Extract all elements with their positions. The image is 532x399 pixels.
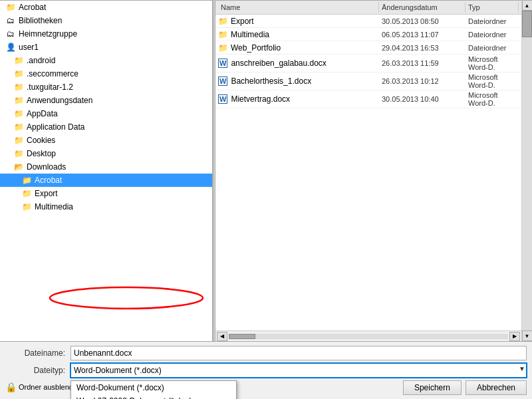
tree-item-desktop[interactable]: 📁Desktop — [0, 147, 212, 160]
file-name-text-3: anschreiben_galabau.docx — [231, 59, 326, 68]
filetype-select[interactable]: Word-Dokument (*.docx)Word 97-2003-Dokum… — [70, 363, 527, 378]
folder-icon-cookies: 📁 — [13, 135, 24, 146]
tree-label-heimnetzgruppe: Heimnetzgruppe — [19, 29, 77, 39]
tree-label-multimedia: Multimedia — [35, 202, 73, 211]
scroll-down-btn[interactable]: ▼ — [522, 331, 533, 341]
tree-label-android: .android — [27, 56, 55, 65]
col-header-2: Typ — [466, 2, 519, 13]
filename-label: Dateiname: — [5, 348, 65, 358]
scroll-left-btn[interactable]: ◀ — [217, 332, 227, 341]
file-row-3[interactable]: Wanschreiben_galabau.docx26.03.2013 11:5… — [215, 55, 521, 72]
file-list-header: NameÄnderungsdatumTyp — [215, 1, 521, 15]
tree-label-anwendungsdaten: Anwendungsdaten — [27, 96, 92, 105]
filetype-dropdown: Word-Dokument (*.docx)Word 97-2003-Dokum… — [70, 380, 237, 399]
tree-item-bibliotheken[interactable]: 🗂Bibliotheken — [0, 14, 212, 27]
scroll-thumb-v[interactable] — [522, 11, 532, 37]
filetype-label: Dateityp: — [5, 366, 65, 375]
tree-item-heimnetzgruppe[interactable]: 🗂Heimnetzgruppe — [0, 27, 212, 41]
file-name-3: Wanschreiben_galabau.docx — [218, 59, 379, 68]
file-name-0: 📁Export — [218, 17, 379, 26]
file-name-text-5: Mietvertrag.docx — [231, 94, 290, 104]
file-name-text-1: Multimedia — [231, 30, 269, 39]
file-name-1: 📁Multimedia — [218, 30, 379, 39]
scroll-right-btn[interactable]: ▶ — [509, 332, 520, 341]
file-date-4: 26.03.2013 10:12 — [379, 77, 466, 85]
file-type-2: Dateiordner — [466, 44, 519, 52]
col-header-0: Name — [218, 2, 379, 13]
scroll-thumb[interactable] — [229, 334, 255, 339]
vertical-scrollbar[interactable]: ▲ ▼ — [521, 0, 532, 341]
ordner-label: Ordner ausblende — [19, 383, 77, 391]
folder-icon-heimnetzgruppe: 🗂 — [5, 29, 16, 39]
col-header-1: Änderungsdatum — [379, 2, 466, 13]
file-row-0[interactable]: 📁Export30.05.2013 08:50Dateiordner — [215, 15, 521, 28]
scroll-track — [229, 334, 508, 339]
scroll-track-v — [522, 11, 532, 331]
file-row-5[interactable]: WMietvertrag.docx30.05.2013 10:40Microso… — [215, 90, 521, 108]
save-button[interactable]: Speichern — [403, 380, 462, 395]
folder-icon-acrobat-top: 📁 — [5, 2, 16, 13]
horizontal-scrollbar[interactable]: ◀ ▶ — [215, 331, 521, 341]
folder-icon-user1: 👤 — [5, 42, 16, 53]
tree-item-export[interactable]: 📁Export — [0, 187, 212, 200]
tree-item-application-data[interactable]: 📁Application Data — [0, 120, 212, 134]
folder-icon-appdata: 📁 — [13, 108, 24, 119]
tree-item-anwendungsdaten[interactable]: 📁Anwendungsdaten — [0, 94, 212, 107]
bottom-bar: Dateiname: Dateityp: Word-Dokument (*.do… — [0, 341, 532, 399]
tree-label-appdata: AppData — [27, 109, 58, 118]
tree-item-user1[interactable]: 👤user1 — [0, 41, 212, 54]
file-date-1: 06.05.2013 11:07 — [379, 31, 466, 39]
file-icon-3: W — [218, 59, 228, 68]
file-date-5: 30.05.2013 10:40 — [379, 95, 466, 103]
filetype-row: Dateityp: Word-Dokument (*.docx)Word 97-… — [5, 363, 527, 378]
tree-label-acrobat-sub: Acrobat — [35, 176, 62, 185]
file-row-2[interactable]: 📁Web_Portfolio29.04.2013 16:53Dateiordne… — [215, 41, 521, 55]
file-date-0: 30.05.2013 08:50 — [379, 17, 466, 25]
tree-item-acrobat-sub[interactable]: 📁Acrobat — [0, 174, 212, 187]
file-type-4: Microsoft Word-D. — [466, 73, 519, 89]
scroll-up-btn[interactable]: ▲ — [522, 0, 533, 11]
file-icon-2: 📁 — [218, 43, 228, 53]
folder-icon-anwendungsdaten: 📁 — [13, 95, 24, 106]
tree-item-cookies[interactable]: 📁Cookies — [0, 134, 212, 147]
file-icon-5: W — [218, 94, 228, 104]
tree-item-downloads[interactable]: 📂Downloads — [0, 160, 212, 174]
file-icon-0: 📁 — [218, 17, 228, 26]
file-type-1: Dateiordner — [466, 31, 519, 39]
right-area: NameÄnderungsdatumTyp📁Export30.05.2013 0… — [215, 0, 521, 341]
file-name-text-0: Export — [231, 17, 254, 26]
dropdown-item-1[interactable]: Word 97-2003-Dokument (*.doc) — [71, 394, 236, 399]
tree-label-bibliotheken: Bibliotheken — [19, 16, 62, 25]
folder-icon-desktop: 📁 — [13, 148, 24, 159]
tree-label-export: Export — [35, 189, 58, 198]
filetype-container: Word-Dokument (*.docx)Word 97-2003-Dokum… — [70, 363, 527, 378]
file-name-4: WBachelorthesis_1.docx — [218, 76, 379, 86]
folder-icon-bibliotheken: 🗂 — [5, 15, 16, 26]
file-type-0: Dateiordner — [466, 17, 519, 25]
file-name-5: WMietvertrag.docx — [218, 94, 379, 104]
cancel-button[interactable]: Abbrechen — [466, 380, 527, 395]
file-type-3: Microsoft Word-D. — [466, 55, 519, 71]
folder-icon-seccommerce: 📁 — [13, 68, 24, 79]
file-date-2: 29.04.2013 16:53 — [379, 44, 466, 52]
folder-icon-downloads: 📂 — [13, 162, 24, 172]
file-row-1[interactable]: 📁Multimedia06.05.2013 11:07Dateiordner — [215, 28, 521, 41]
tree-item-acrobat-top[interactable]: 📁Acrobat — [0, 1, 212, 14]
file-row-4[interactable]: WBachelorthesis_1.docx26.03.2013 10:12Mi… — [215, 72, 521, 90]
ordner-icon: 🔒 — [5, 382, 17, 392]
tree-item-multimedia[interactable]: 📁Multimedia — [0, 200, 212, 213]
dropdown-item-0[interactable]: Word-Dokument (*.docx) — [71, 381, 236, 394]
tree-item-seccommerce[interactable]: 📁.seccommerce — [0, 67, 212, 80]
folder-icon-application-data: 📁 — [13, 122, 24, 132]
tree-item-appdata[interactable]: 📁AppData — [0, 107, 212, 120]
filename-input[interactable] — [70, 346, 527, 360]
tree-item-android[interactable]: 📁.android — [0, 54, 212, 67]
file-name-text-2: Web_Portfolio — [231, 43, 281, 53]
tree-label-cookies: Cookies — [27, 136, 55, 145]
file-type-5: Microsoft Word-D. — [466, 91, 519, 107]
tree-item-tuxguitar[interactable]: 📁.tuxguitar-1.2 — [0, 80, 212, 94]
tree-label-downloads: Downloads — [27, 162, 66, 172]
file-icon-4: W — [218, 76, 228, 86]
folder-icon-android: 📁 — [13, 55, 24, 66]
folder-tree: 📁Acrobat🗂Bibliotheken🗂Heimnetzgruppe👤use… — [0, 0, 213, 341]
